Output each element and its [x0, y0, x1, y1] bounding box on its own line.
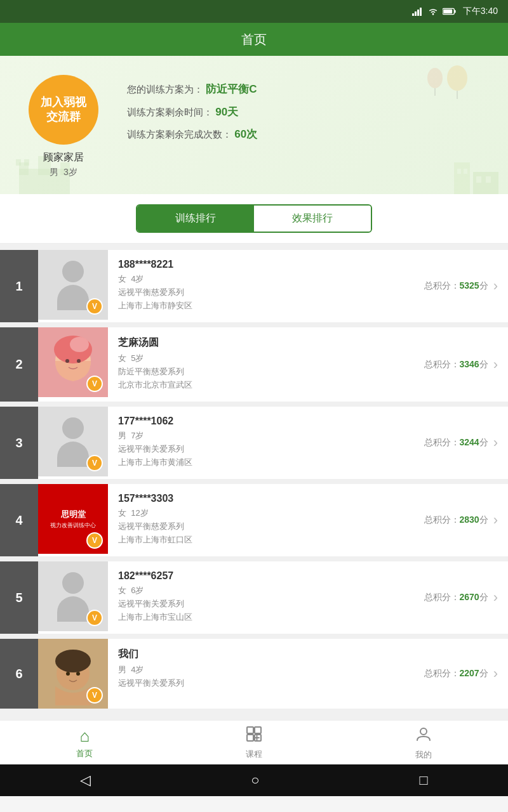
chevron-right-icon[interactable]: ›: [493, 665, 498, 682]
rank-number-2: 2: [0, 327, 38, 402]
rank-avatar-1: V: [38, 250, 108, 320]
rank-info-4: 157****3303 女 12岁 远视平衡慈爱系列 上海市上海市虹口区: [108, 484, 414, 556]
svg-rect-23: [486, 176, 491, 183]
svg-point-30: [55, 650, 91, 672]
rank-plan-3: 远视平衡关爱系列: [118, 443, 404, 455]
tab-training-rank[interactable]: 训练排行: [137, 206, 254, 232]
courses-icon: [245, 725, 263, 747]
balloon-decor: [444, 62, 470, 100]
profile-gender-age: 男 3岁: [50, 167, 77, 178]
svg-point-26: [70, 337, 89, 352]
svg-rect-34: [255, 727, 261, 733]
svg-point-32: [76, 672, 80, 676]
v-badge: V: [86, 298, 103, 315]
chevron-right-icon[interactable]: ›: [493, 512, 498, 528]
status-bar: 下午3:40: [0, 0, 508, 23]
rank-avatar-6: V: [38, 639, 108, 709]
nav-home-label: 首页: [76, 748, 93, 759]
join-group-button[interactable]: 加入弱视交流群: [29, 75, 98, 145]
svg-rect-3: [420, 8, 422, 16]
bottom-nav: ⌂ 首页 课程 我的: [0, 720, 508, 764]
rank-info-5: 182****6257 女 6岁 远视平衡关爱系列 上海市上海市宝山区: [108, 561, 414, 634]
svg-rect-19: [473, 172, 498, 194]
rank-gender-age-4: 女 12岁: [118, 508, 404, 519]
rank-name-1: 188****8221: [118, 259, 404, 270]
svg-rect-33: [247, 727, 253, 733]
plan-info: 您的训练方案为： 防近平衡C: [127, 81, 257, 98]
rank-info-3: 177****1062 男 7岁 远视平衡关爱系列 上海市上海市黄浦区: [108, 407, 414, 479]
header-title: 首页: [241, 31, 267, 48]
svg-point-37: [420, 728, 427, 735]
rank-score-5: 总积分：2670分: [424, 592, 488, 603]
svg-rect-7: [443, 10, 452, 13]
recent-apps-icon[interactable]: □: [420, 772, 428, 789]
rank-score-1: 总积分：5325分: [424, 280, 488, 292]
rank-name-5: 182****6257: [118, 570, 404, 582]
rank-location-5: 上海市上海市宝山区: [118, 612, 404, 623]
balloon2-decor: [425, 65, 444, 97]
rank-score-box-1: 总积分：5325分 ›: [414, 250, 508, 322]
wifi-icon: [427, 7, 439, 16]
svg-rect-1: [415, 11, 417, 16]
rank-avatar-2: V: [38, 327, 108, 397]
svg-point-4: [432, 13, 434, 15]
rank-name-3: 177****1062: [118, 416, 404, 427]
chevron-right-icon[interactable]: ›: [493, 278, 498, 294]
rank-score-box-4: 总积分：2830分 ›: [414, 484, 508, 556]
mine-icon: [415, 725, 432, 747]
rank-plan-4: 远视平衡慈爱系列: [118, 521, 404, 532]
chevron-right-icon[interactable]: ›: [493, 357, 498, 373]
chevron-right-icon[interactable]: ›: [493, 589, 498, 606]
status-icons: [412, 7, 457, 16]
svg-rect-6: [455, 10, 456, 13]
rank-number-3: 3: [0, 407, 38, 479]
nav-item-mine[interactable]: 我的: [338, 720, 508, 766]
chevron-right-icon[interactable]: ›: [493, 435, 498, 451]
svg-rect-21: [464, 169, 467, 174]
home-icon: ⌂: [79, 726, 90, 746]
svg-rect-18: [454, 162, 470, 194]
profile-section: 加入弱视交流群 顾家家居 男 3岁 您的训练方案为： 防近平衡C 训练方案剩余时…: [0, 56, 508, 194]
rank-score-box-2: 总积分：3346分 ›: [414, 327, 508, 402]
svg-point-16: [427, 68, 443, 88]
svg-rect-35: [247, 735, 253, 741]
rank-info-2: 芝麻汤圆 女 5岁 防近平衡慈爱系列 北京市北京市宣武区: [108, 327, 414, 402]
v-badge: V: [86, 455, 103, 471]
rank-plan-2: 防近平衡慈爱系列: [118, 366, 404, 377]
profile-left: 加入弱视交流群 顾家家居 男 3岁: [25, 75, 102, 178]
rank-name-6: 我们: [118, 648, 404, 661]
rankings-list: 1 V 188****8221 女 4岁 远视平衡慈爱系列 上海市上海市静安区 …: [0, 244, 508, 720]
table-row: 6 V 我们 男 4岁 远视平衡关爱系列 总积分：2207分 ›: [0, 639, 508, 709]
svg-rect-20: [457, 169, 461, 174]
building-decor: [451, 150, 502, 194]
rank-score-4: 总积分：2830分: [424, 514, 488, 526]
back-icon[interactable]: ◁: [80, 772, 91, 789]
remain-count-info: 训练方案剩余完成次数： 60次: [127, 126, 257, 143]
rank-location-1: 上海市上海市静安区: [118, 300, 404, 311]
svg-point-31: [66, 672, 70, 676]
tab-effect-rank[interactable]: 效果排行: [254, 206, 371, 232]
rank-location-3: 上海市上海市黄浦区: [118, 457, 404, 468]
android-nav-bar: ◁ ○ □: [0, 764, 508, 796]
status-time: 下午3:40: [463, 6, 498, 17]
nav-item-home[interactable]: ⌂ 首页: [0, 721, 170, 764]
rank-gender-age-3: 男 7岁: [118, 430, 404, 442]
home-circle-icon[interactable]: ○: [251, 772, 259, 789]
v-badge: V: [86, 532, 103, 549]
rank-info-6: 我们 男 4岁 远视平衡关爱系列: [108, 639, 414, 709]
svg-rect-12: [16, 159, 21, 166]
rank-gender-age-2: 女 5岁: [118, 353, 404, 364]
svg-rect-22: [476, 176, 481, 183]
svg-rect-2: [417, 10, 419, 16]
rank-score-box-5: 总积分：2670分 ›: [414, 561, 508, 634]
rank-plan-5: 远视平衡关爱系列: [118, 598, 404, 610]
rank-number-5: 5: [0, 561, 38, 634]
signal-icon: [412, 7, 424, 16]
profile-right: 您的训练方案为： 防近平衡C 训练方案剩余时间： 90天 训练方案剩余完成次数：…: [127, 75, 257, 149]
nav-item-courses[interactable]: 课程: [170, 720, 339, 765]
tabs-section: 训练排行 效果排行: [0, 194, 508, 244]
table-row: 2 V 芝麻汤圆 女 5岁 防近平衡慈爱系列 北京市北京市宣武区: [0, 327, 508, 402]
table-row: 3 V 177****1062 男 7岁 远视平衡关爱系列 上海市上海市黄浦区 …: [0, 407, 508, 479]
header: 首页: [0, 23, 508, 56]
rank-plan-1: 远视平衡慈爱系列: [118, 287, 404, 298]
